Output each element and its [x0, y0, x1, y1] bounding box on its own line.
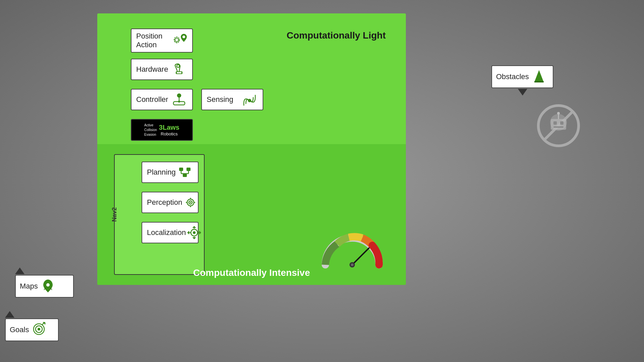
planning-icon	[176, 165, 193, 180]
svg-point-5	[177, 65, 179, 67]
svg-rect-13	[183, 174, 187, 177]
hardware-box: Hardware	[131, 59, 193, 80]
planning-label: Planning	[147, 168, 176, 177]
nav2-container: Nav2 Planning	[114, 154, 205, 275]
svg-rect-4	[177, 72, 181, 73]
svg-point-33	[351, 263, 354, 266]
svg-point-8	[177, 94, 181, 97]
perception-label: Perception	[147, 198, 182, 207]
svg-rect-12	[186, 168, 191, 171]
nav2-label: Nav2	[111, 207, 118, 222]
svg-point-44	[557, 112, 560, 115]
svg-point-45	[46, 283, 50, 287]
perception-icon	[182, 195, 199, 210]
sensing-label: Sensing	[207, 95, 233, 104]
upper-section: Computationally Light Position Action	[97, 13, 406, 144]
maps-region: Maps	[15, 267, 24, 275]
cone-icon	[532, 69, 546, 85]
signal-icon	[241, 92, 258, 107]
svg-rect-40	[553, 121, 557, 125]
goals-region: Goals	[5, 311, 14, 318]
speedometer	[319, 228, 372, 265]
position-action-box: Position Action	[131, 28, 193, 53]
goals-arrow-up	[5, 311, 14, 318]
laws-robotics-label: Robotics	[159, 131, 179, 136]
maps-label: Maps	[20, 282, 38, 291]
active-collision-label: Active Collision Evasion	[144, 123, 157, 137]
obstacles-arrow-down	[518, 89, 527, 96]
svg-point-26	[193, 231, 196, 234]
localization-icon	[186, 225, 203, 240]
maps-icon	[41, 278, 55, 294]
robot-arm-icon	[171, 62, 187, 77]
svg-point-9	[178, 101, 180, 103]
svg-rect-42	[553, 126, 564, 128]
main-diagram: Computationally Light Position Action	[97, 13, 406, 285]
svg-rect-11	[179, 168, 183, 171]
localization-label: Localization	[147, 228, 186, 237]
svg-line-31	[352, 248, 369, 265]
joystick-icon	[171, 92, 187, 107]
goals-label: Goals	[10, 325, 29, 334]
svg-rect-41	[560, 121, 564, 125]
svg-marker-34	[534, 70, 544, 82]
obstacles-label: Obstacles	[496, 72, 529, 81]
maps-box: Maps	[15, 275, 74, 298]
sensing-box: Sensing	[201, 89, 263, 110]
svg-rect-39	[551, 119, 566, 130]
svg-point-0	[175, 38, 178, 42]
laws-box: Active Collision Evasion 3Laws Robotics	[131, 119, 193, 141]
svg-rect-35	[534, 81, 544, 82]
perception-box: Perception	[142, 192, 199, 213]
hardware-label: Hardware	[136, 65, 168, 74]
position-action-label: Position Action	[136, 32, 171, 49]
no-robot-icon	[537, 104, 580, 149]
controller-label: Controller	[136, 95, 168, 104]
goals-box: Goals	[5, 318, 59, 341]
svg-point-48	[38, 328, 40, 330]
computationally-light-label: Computationally Light	[286, 30, 386, 41]
svg-point-20	[190, 202, 191, 203]
obstacles-region: Obstacles	[491, 65, 553, 96]
localization-box: Localization	[142, 222, 199, 243]
obstacles-box: Obstacles	[491, 65, 553, 88]
computationally-intensive-label: Computationally Intensive	[193, 267, 310, 278]
controller-box: Controller	[131, 89, 193, 110]
svg-point-2	[182, 36, 185, 38]
lower-section: Nav2 Planning	[97, 144, 406, 285]
planning-box: Planning	[142, 162, 199, 183]
laws-brand-label: 3Laws	[159, 124, 179, 131]
gear-location-icon	[171, 33, 187, 48]
maps-arrow-up	[15, 267, 24, 274]
goals-icon	[32, 322, 46, 338]
